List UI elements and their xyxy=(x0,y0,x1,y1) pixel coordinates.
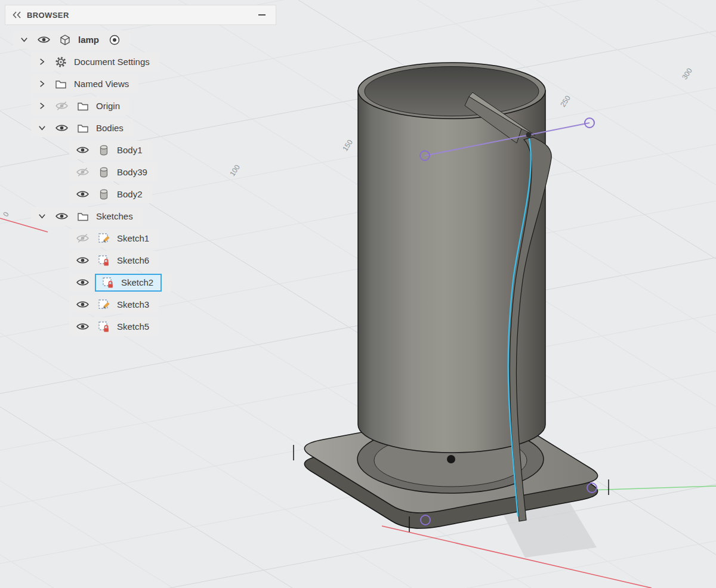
tree-item-label: Sketch2 xyxy=(121,277,153,287)
eye-icon[interactable] xyxy=(55,123,69,133)
sketch-locked-icon xyxy=(98,255,110,267)
folder-icon xyxy=(55,78,67,90)
tree-item-label: Sketch3 xyxy=(117,299,149,310)
eye-off-icon[interactable] xyxy=(76,167,90,177)
tree-row-sketch1[interactable]: Sketch1 xyxy=(5,227,276,249)
tree-item-label: Body1 xyxy=(117,145,143,155)
sketch-icon xyxy=(98,299,110,311)
tree-item-label: Named Views xyxy=(74,79,129,89)
eye-off-icon[interactable] xyxy=(76,233,90,243)
eye-icon[interactable] xyxy=(76,299,90,310)
tree-item-label: Sketch1 xyxy=(117,233,149,243)
chevron-right-icon[interactable] xyxy=(38,101,47,110)
folder-icon xyxy=(77,211,89,222)
browser-panel: BROWSER lamp Document Settings xyxy=(5,5,276,338)
selection-highlight[interactable]: Sketch2 xyxy=(95,274,162,292)
plate-center-hole xyxy=(447,455,455,463)
tree-row-sketch6[interactable]: Sketch6 xyxy=(5,249,276,271)
tree-row-named-views[interactable]: Named Views xyxy=(5,73,276,95)
folder-icon xyxy=(77,100,89,112)
gear-icon xyxy=(55,56,67,68)
body-icon xyxy=(98,188,110,200)
sketch-icon xyxy=(98,233,110,245)
tree-item-label: Sketch5 xyxy=(117,321,149,332)
tree-row-sketch2-selected[interactable]: Sketch2 xyxy=(5,271,276,293)
tree-row-lamp[interactable]: lamp xyxy=(5,29,276,51)
tree-row-sketch5[interactable]: Sketch5 xyxy=(5,315,276,338)
tree-item-label: Document Settings xyxy=(74,57,150,67)
tree-row-bodies[interactable]: Bodies xyxy=(5,117,276,139)
eye-icon[interactable] xyxy=(37,35,51,45)
tree-item-label: Body2 xyxy=(117,189,143,199)
tree-item-label: lamp xyxy=(78,35,99,45)
tree-row-sketches[interactable]: Sketches xyxy=(5,205,276,227)
eye-icon[interactable] xyxy=(76,145,90,155)
sketch-locked-icon xyxy=(102,277,114,289)
active-document-indicator-icon[interactable] xyxy=(109,34,121,46)
tree-row-origin[interactable]: Origin xyxy=(5,95,276,117)
body-icon xyxy=(98,166,110,178)
tree-item-label: Body39 xyxy=(117,167,147,177)
chevron-right-icon[interactable] xyxy=(38,79,47,88)
body-icon xyxy=(98,144,110,156)
tree-row-body1[interactable]: Body1 xyxy=(5,139,276,161)
collapse-panel-icon[interactable] xyxy=(11,11,22,19)
chevron-down-icon[interactable] xyxy=(20,35,29,44)
eye-icon[interactable] xyxy=(76,321,90,332)
panel-title: BROWSER xyxy=(27,11,69,20)
eye-icon[interactable] xyxy=(76,277,90,287)
eye-icon[interactable] xyxy=(55,211,69,221)
tree-item-label: Origin xyxy=(96,101,120,111)
chevron-down-icon[interactable] xyxy=(38,123,47,132)
minimize-panel-icon[interactable] xyxy=(258,11,266,19)
document-icon xyxy=(59,34,71,46)
sketch-point[interactable] xyxy=(526,132,532,138)
eye-icon[interactable] xyxy=(76,255,90,265)
tree-row-document-settings[interactable]: Document Settings xyxy=(5,51,276,73)
eye-off-icon[interactable] xyxy=(55,101,69,111)
chevron-right-icon[interactable] xyxy=(38,57,47,66)
tree-row-sketch3[interactable]: Sketch3 xyxy=(5,293,276,315)
browser-panel-header: BROWSER xyxy=(5,5,276,25)
eye-icon[interactable] xyxy=(76,189,90,199)
tree-item-label: Bodies xyxy=(96,123,124,133)
tree-item-label: Sketches xyxy=(96,211,133,221)
browser-tree: lamp Document Settings Named Views xyxy=(5,29,276,338)
folder-icon xyxy=(77,122,89,134)
sketch-locked-icon xyxy=(98,321,110,333)
tree-row-body2[interactable]: Body2 xyxy=(5,183,276,205)
tree-item-label: Sketch6 xyxy=(117,255,149,265)
chevron-down-icon[interactable] xyxy=(38,212,47,221)
tree-row-body39[interactable]: Body39 xyxy=(5,161,276,183)
